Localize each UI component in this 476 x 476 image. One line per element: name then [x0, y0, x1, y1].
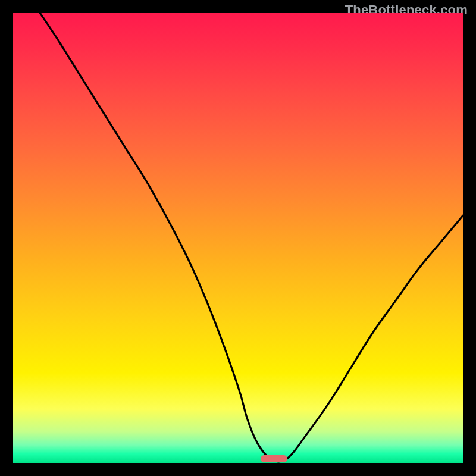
plot-area — [13, 13, 463, 463]
chart-frame: TheBottleneck.com — [0, 0, 476, 476]
curve-layer — [13, 13, 463, 463]
bottleneck-curve — [40, 13, 463, 462]
optimal-region-marker — [261, 455, 287, 462]
